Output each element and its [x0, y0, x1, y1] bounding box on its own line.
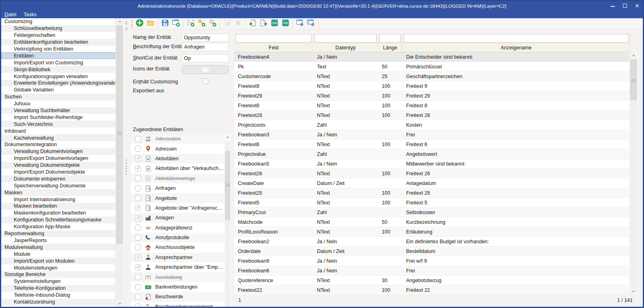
key-add-button[interactable] [196, 19, 207, 29]
entity-item-adressen[interactable]: Adressen [131, 144, 224, 153]
sidebar-item-module[interactable]: Module [1, 251, 115, 257]
window-settings-button[interactable] [295, 19, 306, 29]
sidebar-section-modulverwaltung[interactable]: Modulverwaltung [1, 244, 115, 251]
collapse-left-icon[interactable] [124, 20, 129, 25]
sidebar-item-dokumente-entsperren[interactable]: Dokumente entsperren [1, 175, 115, 182]
entity-checkbox[interactable] [135, 264, 141, 270]
table-row-pk[interactable]: PkText50Primärschlüssel [234, 62, 630, 72]
sidebar-scrollbar[interactable] [116, 18, 124, 307]
table-row-freeboolean2[interactable]: Freeboolean2Ja / NeinEin definiertes Bud… [234, 237, 630, 246]
sidebar-section-sonstige-bereiche[interactable]: Sonstige Bereiche [1, 271, 115, 278]
sidebar-item-kachelverwaltung[interactable]: Kachelverwaltung [1, 134, 115, 141]
entity-checkbox[interactable] [135, 274, 141, 280]
sidebar-item-skript-bibliothek[interactable]: Skript-Bibliothek [1, 66, 115, 73]
close-button[interactable]: ✕ [634, 1, 640, 11]
entity-item-anlagepräferenz[interactable]: Anlagepräferenz [131, 223, 224, 233]
scroll-up-icon[interactable] [224, 134, 231, 141]
sidebar-item-verwaltung-dokumentvorlagen[interactable]: Verwaltung Dokumentvorlagen [1, 148, 115, 155]
sidebar-item-import-export-dokumentobjekte[interactable]: Import/Export Dokumentobjekte [1, 169, 115, 176]
entity-item-anfragen[interactable]: ?Anfragen [131, 183, 224, 193]
column-header-anzeigename[interactable]: Anzeigename [402, 43, 630, 52]
menu-item-datei[interactable]: Datei [4, 12, 16, 17]
table-row-freetext6[interactable]: Freetext6NText100Freitext 6 [234, 140, 630, 149]
entity-checkbox[interactable] [135, 284, 141, 290]
sidebar-item-konfiguration-schnellerfassungsmaske[interactable]: Konfiguration Schnellerfassungsmaske [1, 217, 115, 223]
table-row-freetext28[interactable]: Freetext28NText100Freitext 28 [234, 110, 630, 120]
minimize-button[interactable] [610, 1, 616, 11]
window-check-button[interactable] [171, 19, 182, 29]
entity-checkbox[interactable] [135, 195, 141, 201]
save-button[interactable] [160, 19, 171, 29]
sidebar-section-infoboard[interactable]: Infoboard [1, 127, 115, 134]
entity-checkbox[interactable] [135, 215, 141, 221]
scrollbar-thumb[interactable] [630, 59, 637, 100]
entity-checkbox[interactable] [135, 205, 141, 211]
entity-icons-button[interactable] [182, 65, 229, 74]
sidebar-section-customizing[interactable]: Customizing [1, 18, 115, 25]
entity-checkbox[interactable] [135, 136, 141, 142]
sidebar-section-reportverwaltung[interactable]: Reportverwaltung [1, 230, 115, 237]
table-row-freetext29[interactable]: Freetext29NText100Freitext 29 [234, 91, 630, 101]
table-row-freeboolean3[interactable]: Freeboolean3Ja / NeinFrei [234, 130, 630, 140]
table-row-projectvalue[interactable]: ProjectvalueZahlAngebotswert [234, 149, 630, 159]
sidebar-item-konfiguration-app-maske[interactable]: Konfiguration App-Maske [1, 223, 115, 230]
entity-item-ansprechpartner[interactable]: Ansprechpartner [131, 253, 224, 262]
entity-item-aktivitätenvorlage[interactable]: Aktivitätenvorlage [131, 174, 224, 183]
sidebar-item-erweiterte-einstellungen-anwendungsvariablen[interactable]: Erweiterte Einstellungen (Anwendungsvari… [1, 80, 115, 87]
entity-item-ausstattung[interactable]: Ausstattung [131, 272, 224, 282]
sidebar-item-telefonie-konfiguration[interactable]: Telefonie-Konfiguration [1, 285, 115, 292]
input-shortcut-der-entität[interactable] [182, 54, 229, 62]
entity-item-anrufprotokolle[interactable]: Anrufprotokolle [131, 233, 224, 242]
add-button[interactable] [134, 19, 145, 29]
sidebar-item-import-suchfelder-reihenfolge[interactable]: Import Suchfelder-Reihenfolge [1, 114, 115, 121]
scroll-up-icon[interactable] [116, 18, 124, 25]
sidebar-section-suchen[interactable]: Suchen [1, 93, 115, 100]
entity-item-ansprechpartner-über-empfä[interactable]: Ansprechpartner über "Empfä... [131, 262, 224, 272]
entity-item-angebote-über-anfragenschl[interactable]: !Angebote über "Anfragenschl... [131, 203, 224, 213]
sidebar-section-dokumentenintegration[interactable]: Dokumentenintegration [1, 141, 115, 148]
scrollbar-thumb[interactable] [225, 151, 230, 220]
entity-item-beschwerdemanagement[interactable]: Beschwerdemanagement [131, 302, 224, 308]
entity-item-beschwerde[interactable]: Beschwerde [131, 292, 224, 302]
filter-input-anzeigename[interactable] [404, 34, 629, 42]
table-row-freeboolean6[interactable]: Freeboolean6Ja / NeinFrei [234, 266, 630, 276]
table-row-profitlossreason[interactable]: ProfitLossReasonNText100Erläuterung [234, 227, 630, 237]
menu-item-tasks[interactable]: Tasks [24, 12, 36, 17]
entity-item-angebote[interactable]: !Angebote [131, 193, 224, 203]
splitter-grip[interactable] [126, 158, 127, 176]
csv-import-button[interactable]: CSV [269, 19, 280, 29]
input-beschriftung-der-entität[interactable] [182, 43, 229, 51]
table-row-freeboolean9[interactable]: Freeboolean9Ja / NeinFrei w/f 9 [234, 256, 630, 266]
table-row-quotereference[interactable]: QuotereferenceNText30Angebotsbezug [234, 276, 630, 285]
table-row-freetext22[interactable]: Freetext22NText100Freitext 22 [234, 285, 630, 295]
sidebar-item-verwaltung-suchbehälter[interactable]: Verwaltung Suchbehälter [1, 107, 115, 114]
table-row-customercode[interactable]: CustomercodeNText25Geschäftspartnerzeich… [234, 72, 630, 81]
sidebar-item-globale-variablen[interactable]: Globale Variablen [1, 87, 115, 93]
sidebar-item-entitätenkonfiguration-bearbeiten[interactable]: Entitätenkonfiguration bearbeiten [1, 39, 115, 46]
sidebar-item-speicherverwaltung-dokumente[interactable]: Speicherverwaltung Dokumente [1, 182, 115, 189]
sidebar-item-entitäten[interactable]: Entitäten [1, 52, 115, 59]
entity-item-adressaten[interactable]: Adressaten [131, 134, 224, 144]
entity-checkbox[interactable] [135, 244, 141, 251]
column-header-feld[interactable]: Feld [234, 43, 313, 52]
entity-list-scrollbar[interactable] [224, 134, 231, 308]
filter-input-länge[interactable] [379, 34, 401, 42]
panel-splitter[interactable] [124, 18, 129, 307]
sidebar-item-maskenkonfiguration-bearbeiten[interactable]: Maskenkonfiguration bearbeiten [1, 210, 115, 217]
sidebar-item-such-verzeichnis[interactable]: Such-Verzeichnis [1, 121, 115, 127]
entity-item-bankverbindungen[interactable]: Bankverbindungen [131, 282, 224, 292]
checkbox-enthält-customizing[interactable] [202, 78, 208, 84]
sidebar-item-konfigurationsgruppen-verwalten[interactable]: Konfigurationsgruppen verwalten [1, 73, 115, 80]
sidebar-item-feldeigenschaften[interactable]: Feldeigenschaften [1, 32, 115, 39]
table-row-projectcosts[interactable]: ProjectcostsZahlKosten [234, 120, 630, 130]
entity-checkbox[interactable] [135, 254, 141, 260]
entity-checkbox[interactable] [135, 166, 141, 172]
window-settings-alt-button[interactable] [306, 19, 317, 29]
open-folder-button[interactable] [145, 19, 156, 29]
table-scrollbar[interactable] [629, 52, 638, 295]
entity-item-aktivitäten[interactable]: Aktivitäten [131, 154, 224, 164]
column-header-länge[interactable]: Länge [378, 43, 402, 52]
table-row-matchcode[interactable]: MatchcodeNText50Kurzbezeichnung [234, 217, 630, 227]
table-row-primarycost[interactable]: PrimaryCostZahlSelbstkosten [234, 208, 630, 217]
sidebar-item-import-export-dokumentvorlagen[interactable]: Import/Export Dokumentvorlagen [1, 155, 115, 162]
